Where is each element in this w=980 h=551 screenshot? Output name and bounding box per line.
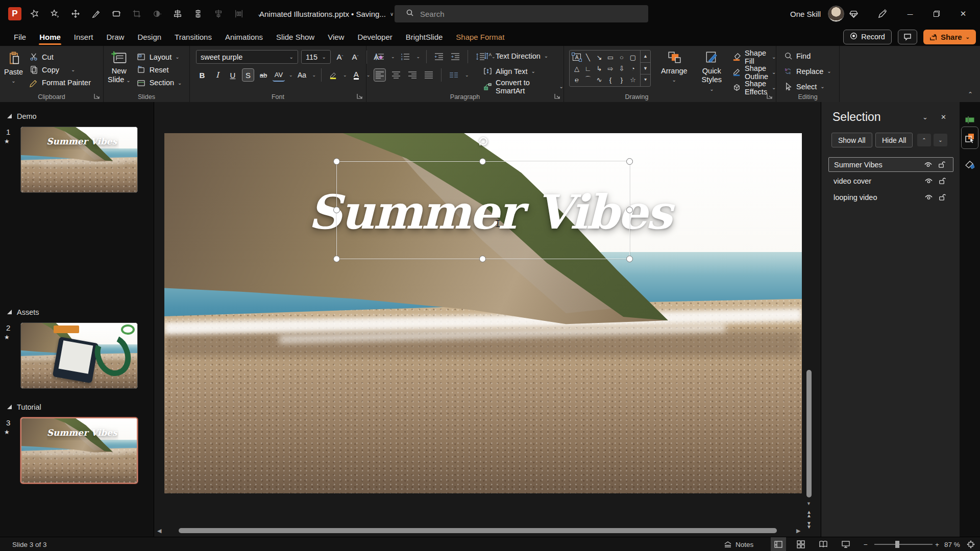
shapes-scroll-up-icon[interactable]: ▲ xyxy=(641,51,650,63)
zoom-level[interactable]: 87 % xyxy=(944,537,960,551)
visibility-eye-icon[interactable] xyxy=(922,193,935,202)
shape-right-brace-icon[interactable]: } xyxy=(621,76,623,84)
normal-view-button[interactable] xyxy=(771,537,786,551)
align-right-button[interactable] xyxy=(406,68,419,82)
tab-insert[interactable]: Insert xyxy=(67,28,100,46)
decrease-indent-button[interactable] xyxy=(433,50,445,63)
case-dropdown-icon[interactable]: ⌄ xyxy=(312,72,316,78)
shape-rounded-rectangle-icon[interactable]: ▢ xyxy=(630,54,636,61)
minimize-button[interactable]: ─ xyxy=(898,0,922,28)
shape-oval-icon[interactable]: ○ xyxy=(620,54,624,61)
tab-view[interactable]: View xyxy=(321,28,351,46)
show-all-button[interactable]: Show All xyxy=(831,133,872,147)
copy-button[interactable]: Copy ⌄ xyxy=(27,63,93,76)
zoom-slider[interactable] xyxy=(874,544,933,545)
resize-handle-se[interactable] xyxy=(626,256,633,262)
vertical-scroll-thumb[interactable] xyxy=(806,370,812,497)
whats-new-icon[interactable] xyxy=(871,0,893,28)
shape-outline-button[interactable]: Shape Outline ⌄ xyxy=(732,65,776,79)
drawing-dialog-launcher[interactable] xyxy=(766,92,773,99)
section-tutorial[interactable]: Tutorial xyxy=(7,403,41,411)
shape-rectangle-icon[interactable]: ▭ xyxy=(607,54,614,61)
character-spacing-button[interactable]: AV xyxy=(273,68,285,82)
resize-handle-w[interactable] xyxy=(333,207,340,213)
columns-button[interactable] xyxy=(448,68,460,82)
selection-item-video-cover[interactable]: video cover xyxy=(828,173,953,188)
tab-transitions[interactable]: Transitions xyxy=(168,28,218,46)
reading-view-button[interactable] xyxy=(816,537,831,551)
highlight-dropdown-icon[interactable]: ⌄ xyxy=(343,72,347,78)
tab-animations[interactable]: Animations xyxy=(218,28,270,46)
qat-align-center-icon[interactable] xyxy=(173,9,183,19)
resize-handle-n[interactable] xyxy=(479,158,486,165)
strikethrough-button[interactable]: ab xyxy=(257,68,270,82)
align-text-button[interactable]: Align Text ⌄ xyxy=(483,64,564,78)
layout-button[interactable]: Layout ⌄ xyxy=(135,51,184,63)
premium-diamond-icon[interactable] xyxy=(842,0,865,28)
shape-left-brace-icon[interactable]: { xyxy=(609,76,611,84)
tab-draw[interactable]: Draw xyxy=(100,28,131,46)
spacing-dropdown-icon[interactable]: ⌄ xyxy=(289,72,293,78)
new-slide-dropdown-icon[interactable]: ⌄ xyxy=(126,78,130,83)
reset-button[interactable]: Reset xyxy=(135,63,184,76)
shape-star-icon[interactable]: ☆ xyxy=(630,76,636,84)
horizontal-scrollbar[interactable]: ◀ ▶ xyxy=(154,527,821,535)
grow-font-button[interactable]: Aˆ xyxy=(334,51,346,64)
shape-elbow-icon[interactable]: ∟ xyxy=(585,65,592,72)
section-collapse-icon[interactable] xyxy=(7,310,12,314)
unlock-icon[interactable] xyxy=(935,193,948,202)
send-backward-icon[interactable]: ⌄ xyxy=(934,134,947,146)
convert-smartart-button[interactable]: Convert to SmartArt ⌄ xyxy=(483,80,564,93)
select-button[interactable]: Select ⌄ xyxy=(783,80,831,93)
highlight-color-button[interactable] xyxy=(327,68,339,82)
paste-dropdown-icon[interactable]: ⌄ xyxy=(11,78,15,84)
section-dropdown-icon[interactable]: ⌄ xyxy=(178,80,182,86)
resize-handle-ne[interactable] xyxy=(626,158,633,165)
resize-handle-e[interactable] xyxy=(626,207,633,213)
tab-file[interactable]: File xyxy=(7,28,33,46)
shape-down-arrow-icon[interactable]: ⇩ xyxy=(619,65,625,72)
horizontal-scroll-thumb[interactable] xyxy=(179,528,777,533)
selection-pane-collapse-icon[interactable]: ⌄ xyxy=(922,113,928,121)
tab-brightslide[interactable]: BrightSlide xyxy=(399,28,450,46)
powerpoint-logo-icon[interactable]: P xyxy=(8,7,21,20)
tab-developer[interactable]: Developer xyxy=(351,28,399,46)
shape-triangle-icon[interactable]: △ xyxy=(574,65,579,72)
quick-styles-button[interactable]: Quick Styles ⌄ xyxy=(698,49,726,94)
qat-add-animation-icon[interactable] xyxy=(50,9,60,19)
tab-shape-format[interactable]: Shape Format xyxy=(449,28,511,46)
shape-line-icon[interactable]: ╲ xyxy=(586,54,590,61)
collapse-ribbon-icon[interactable]: ⌃ xyxy=(968,91,973,98)
font-color-button[interactable]: A xyxy=(350,68,362,82)
qat-preview-animation-icon[interactable] xyxy=(30,9,40,19)
unlock-icon[interactable] xyxy=(935,177,948,185)
comments-button[interactable] xyxy=(898,30,917,44)
unlock-icon[interactable] xyxy=(935,160,948,169)
selection-pane-toggle-icon[interactable] xyxy=(961,127,978,149)
qat-slide-size-icon[interactable] xyxy=(111,9,121,19)
change-case-button[interactable]: Aa xyxy=(296,68,308,82)
bullets-dropdown-icon[interactable]: ⌄ xyxy=(391,54,395,59)
slide-3-thumbnail-selected[interactable]: Summer Vibes xyxy=(20,417,138,484)
visibility-eye-icon[interactable] xyxy=(922,177,935,185)
section-collapse-icon[interactable] xyxy=(7,405,12,409)
bring-forward-icon[interactable]: ⌃ xyxy=(917,134,931,146)
scroll-right-icon[interactable]: ▶ xyxy=(796,528,800,534)
new-slide-button[interactable]: New Slide ⌄ xyxy=(104,49,135,91)
text-direction-button[interactable]: A Text Direction ⌄ xyxy=(483,49,564,63)
title-dropdown-icon[interactable]: ∨ xyxy=(390,11,394,17)
align-center-button[interactable] xyxy=(390,68,402,82)
animation-pane-icon[interactable] xyxy=(961,111,978,129)
search-input[interactable]: Search xyxy=(395,5,648,22)
font-name-combobox[interactable]: sweet purple ⌄ xyxy=(196,50,298,64)
slide-3-animation-star-icon[interactable]: ★ xyxy=(4,429,10,436)
record-button[interactable]: Record xyxy=(843,30,892,44)
font-size-combobox[interactable]: 115 ⌄ xyxy=(301,50,331,64)
columns-dropdown-icon[interactable]: ⌄ xyxy=(465,72,469,78)
bold-button[interactable]: B xyxy=(196,68,208,82)
fit-to-window-button[interactable] xyxy=(967,537,975,551)
slideshow-view-button[interactable] xyxy=(838,537,853,551)
shape-elbow-arrow-icon[interactable]: ↳ xyxy=(597,65,602,72)
section-assets[interactable]: Assets xyxy=(7,308,39,316)
slide-1-thumbnail[interactable]: Summer Vibes xyxy=(20,127,138,193)
